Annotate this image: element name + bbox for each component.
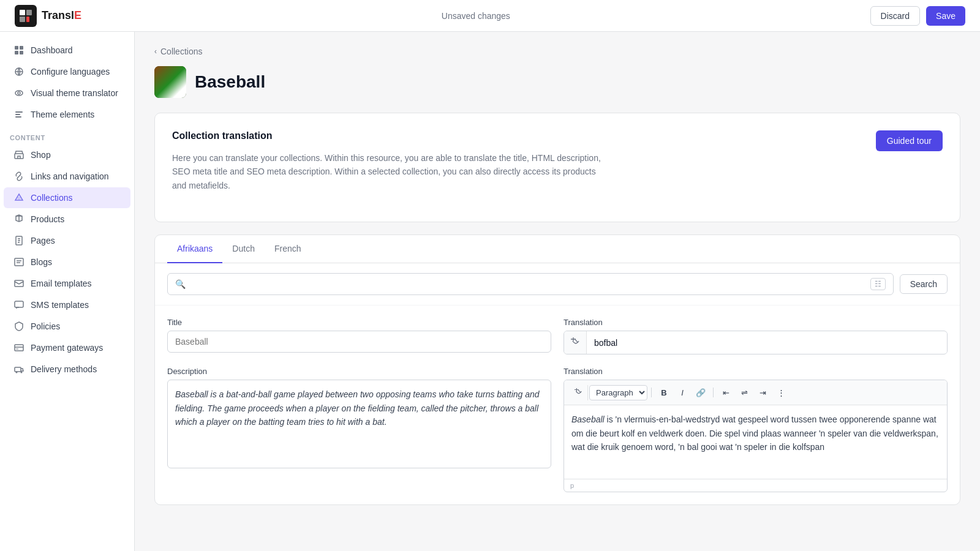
grid-icon — [13, 45, 24, 56]
title-translation-group: Translation — [564, 318, 948, 354]
title-translation-wrap — [564, 331, 948, 354]
title-label: Title — [167, 318, 551, 327]
unsaved-status: Unsaved changes — [442, 11, 510, 21]
link-icon — [13, 171, 24, 182]
toolbar-separator-1 — [651, 388, 652, 397]
sidebar-item-payment-gateways[interactable]: Payment gateways — [4, 337, 130, 358]
sidebar-item-pages[interactable]: Pages — [4, 230, 130, 251]
align-right-button[interactable]: ⇥ — [754, 384, 771, 401]
sidebar-label-theme-elements: Theme elements — [31, 110, 94, 119]
svg-rect-24 — [15, 280, 23, 287]
breadcrumb[interactable]: ‹ Collections — [154, 47, 960, 56]
collection-icon — [13, 192, 24, 203]
svg-rect-12 — [15, 114, 20, 115]
discard-button[interactable]: Discard — [870, 6, 920, 26]
sidebar-label-visual-theme: Visual theme translator — [31, 88, 118, 98]
svg-point-30 — [16, 372, 18, 373]
sidebar-item-shop[interactable]: Shop — [4, 144, 130, 165]
info-card: Guided tour Collection translation Here … — [154, 113, 960, 222]
tab-dutch[interactable]: Dutch — [222, 235, 265, 263]
svg-rect-5 — [20, 46, 23, 50]
title-row: Title Translation — [167, 318, 948, 354]
svg-rect-26 — [15, 345, 23, 351]
eye-icon — [13, 88, 24, 99]
search-button[interactable]: Search — [900, 274, 948, 294]
more-options-button[interactable]: ⋮ — [772, 384, 790, 401]
logo: TranslE — [15, 5, 81, 27]
fields-area: Title Translation — [155, 305, 960, 504]
guided-tour-button[interactable]: Guided tour — [876, 130, 943, 151]
policy-icon — [13, 321, 24, 332]
sidebar-item-email-templates[interactable]: Email templates — [4, 273, 130, 294]
svg-rect-29 — [15, 367, 21, 372]
toolbar-separator-2 — [713, 388, 714, 397]
tab-afrikaans[interactable]: Afrikaans — [167, 235, 222, 263]
payment-icon — [13, 342, 24, 353]
sidebar-item-configure-languages[interactable]: Configure languages — [4, 61, 130, 82]
description-translation-group: Translation Paragraph B — [564, 367, 948, 492]
description-row: Description Translation Paragraph — [167, 367, 948, 492]
sidebar-label-collections: Collections — [31, 193, 72, 203]
svg-rect-13 — [15, 116, 21, 118]
rich-footer: p — [564, 479, 947, 492]
svg-rect-4 — [15, 46, 18, 50]
sidebar-item-visual-theme-translator[interactable]: Visual theme translator — [4, 83, 130, 103]
sidebar-label-policies: Policies — [31, 321, 60, 331]
bold-button[interactable]: B — [655, 384, 673, 401]
product-icon — [13, 214, 24, 225]
save-button[interactable]: Save — [926, 6, 965, 26]
description-label: Description — [167, 367, 551, 376]
text-icon — [13, 109, 24, 120]
sidebar-label-blogs: Blogs — [31, 257, 52, 267]
translation-panel: Afrikaans Dutch French 🔍 ☷ Search Title — [154, 234, 960, 505]
rich-editor-wrap: Paragraph B I 🔗 ⇤ ⇌ ⇥ ⋮ — [564, 380, 948, 492]
svg-rect-7 — [20, 51, 23, 54]
svg-point-16 — [18, 197, 20, 200]
svg-rect-2 — [20, 17, 25, 22]
link-button[interactable]: 🔗 — [692, 384, 709, 401]
topbar-actions: Discard Save — [870, 6, 965, 26]
sidebar-item-sms-templates[interactable]: SMS templates — [4, 294, 130, 315]
search-input[interactable] — [190, 279, 865, 289]
sms-icon — [13, 299, 24, 310]
language-tabs: Afrikaans Dutch French — [155, 235, 960, 263]
sidebar-item-products[interactable]: Products — [4, 209, 130, 230]
info-card-text: Here you can translate your collections.… — [172, 151, 601, 192]
svg-point-10 — [18, 92, 20, 94]
sidebar-label-dashboard: Dashboard — [31, 45, 73, 55]
rich-textarea[interactable]: Baseball is 'n vlermuis-en-bal-wedstryd … — [564, 405, 947, 479]
sidebar-item-delivery-methods[interactable]: Delivery methods — [4, 359, 130, 380]
expand-icon[interactable]: ☷ — [870, 278, 886, 290]
svg-rect-11 — [15, 111, 23, 113]
sidebar-item-policies[interactable]: Policies — [4, 316, 130, 337]
sidebar-item-dashboard[interactable]: Dashboard — [4, 40, 130, 61]
svg-point-31 — [21, 372, 23, 373]
title-translation-input[interactable] — [587, 332, 947, 353]
collection-image — [154, 66, 186, 98]
info-card-title: Collection translation — [172, 130, 943, 141]
italic-button[interactable]: I — [674, 384, 691, 401]
page-title: Baseball — [195, 72, 265, 92]
sidebar-label-sms-templates: SMS templates — [31, 300, 89, 310]
svg-rect-1 — [26, 10, 32, 15]
language-icon — [13, 66, 24, 77]
align-left-button[interactable]: ⇤ — [717, 384, 734, 401]
search-bar: 🔍 ☷ Search — [155, 263, 960, 305]
tab-french[interactable]: French — [265, 235, 311, 263]
sidebar-item-links-navigation[interactable]: Links and navigation — [4, 166, 130, 187]
sidebar-label-payment-gateways: Payment gateways — [31, 343, 103, 353]
sidebar-item-collections[interactable]: Collections — [4, 187, 130, 208]
svg-rect-21 — [15, 258, 23, 266]
title-original-group: Title — [167, 318, 551, 354]
paragraph-select[interactable]: Paragraph — [589, 385, 647, 400]
align-center-button[interactable]: ⇌ — [736, 384, 753, 401]
sidebar-item-blogs[interactable]: Blogs — [4, 252, 130, 272]
sidebar-label-products: Products — [31, 214, 64, 224]
description-textarea[interactable] — [167, 380, 551, 468]
sidebar-item-theme-elements[interactable]: Theme elements — [4, 104, 130, 125]
title-input[interactable] — [167, 331, 551, 353]
topbar: TranslE Unsaved changes Discard Save — [0, 0, 980, 32]
svg-rect-3 — [26, 17, 29, 22]
svg-point-9 — [15, 91, 23, 96]
logo-icon — [15, 5, 37, 27]
